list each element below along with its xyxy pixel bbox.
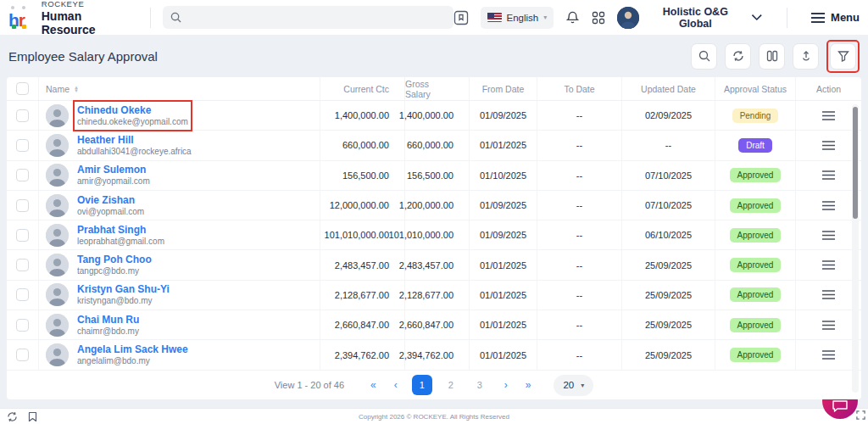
employee-name-link[interactable]: Angela Lim Sack Hwee — [77, 343, 188, 355]
refresh-button[interactable] — [725, 43, 751, 70]
employee-name-link[interactable]: Prabhat Singh — [77, 224, 164, 236]
gross-salary-value: 2,128,677.00 — [405, 281, 470, 310]
row-checkbox[interactable] — [16, 109, 29, 122]
row-checkbox[interactable] — [16, 259, 29, 271]
row-name-block: Amir Sulemon amir@yopmail.com — [77, 164, 150, 187]
action-menu-icon — [822, 260, 835, 270]
employee-email: chinedu.okeke@yopmail.com — [77, 117, 188, 127]
employee-avatar — [46, 314, 69, 337]
filter-button[interactable] — [830, 43, 856, 70]
column-header-current-ctc: Current Ctc — [320, 77, 405, 100]
row-checkbox[interactable] — [16, 349, 29, 361]
current-ctc-value: 1,400,000.00 — [320, 101, 405, 130]
scrollbar-thumb[interactable] — [853, 107, 858, 219]
search-input[interactable] — [187, 12, 446, 24]
table-search-button[interactable] — [691, 43, 717, 70]
notifications-button[interactable] — [565, 10, 580, 25]
table-row: Amir Sulemon amir@yopmail.com 156,500.00… — [7, 161, 861, 191]
column-header-gross-salary: Gross Salary — [405, 77, 470, 100]
employee-name-link[interactable]: Chinedu Okeke — [77, 104, 188, 116]
from-date-value: 01/09/2025 — [470, 101, 537, 130]
employee-email: leoprabhat@gmail.com — [77, 237, 164, 247]
action-menu-icon — [822, 321, 835, 330]
columns-button[interactable] — [759, 43, 785, 70]
row-checkbox[interactable] — [16, 169, 29, 181]
export-button[interactable] — [793, 43, 819, 70]
search-icon — [170, 12, 181, 23]
row-action-menu-button[interactable] — [822, 201, 835, 210]
row-action-menu-button[interactable] — [822, 260, 835, 270]
columns-icon — [766, 50, 778, 62]
employee-avatar — [46, 283, 69, 306]
row-action-menu-button[interactable] — [822, 170, 835, 180]
fullscreen-toggle-button[interactable] — [856, 410, 865, 422]
column-header-name[interactable]: Name ▲▼ — [39, 77, 320, 100]
row-name-block: Chai Mun Ru chaimr@bdo.my — [77, 314, 139, 337]
status-badge: Pending — [732, 109, 779, 123]
gross-salary-value: 101,010,000.00 — [405, 220, 470, 249]
row-action-menu-button[interactable] — [822, 141, 835, 150]
employee-name-link[interactable]: Kristyn Gan Shu-Yi — [77, 283, 170, 295]
employee-name-link[interactable]: Tang Poh Choo — [77, 254, 152, 265]
employee-name-link[interactable]: Amir Sulemon — [77, 164, 150, 176]
global-search[interactable] — [163, 6, 453, 29]
updated-date-value: 06/10/2025 — [622, 220, 715, 249]
apps-grid-icon — [592, 11, 605, 25]
row-name-block: Heather Hill abdullahi3041@rockeye.afric… — [77, 134, 192, 157]
next-page-button[interactable]: › — [501, 377, 511, 393]
updated-date-value: 07/10/2025 — [622, 191, 715, 220]
language-selector[interactable]: English ▾ — [481, 7, 554, 29]
updated-date-value: -- — [622, 131, 715, 159]
filter-funnel-icon — [837, 50, 849, 62]
employee-name-link[interactable]: Heather Hill — [77, 134, 192, 146]
from-date-value: 01/09/2025 — [470, 220, 537, 249]
bookmark-square-icon — [453, 10, 469, 25]
status-badge: Approved — [730, 168, 782, 182]
status-badge: Draft — [738, 138, 772, 153]
to-date-value: -- — [537, 340, 622, 369]
page-button-3[interactable]: 3 — [470, 375, 490, 395]
row-checkbox[interactable] — [16, 288, 29, 301]
employee-name-link[interactable]: Ovie Zishan — [77, 194, 144, 206]
bookmark-panel-button[interactable] — [453, 10, 469, 25]
row-name-block: Prabhat Singh leoprabhat@gmail.com — [77, 224, 164, 247]
row-checkbox[interactable] — [16, 139, 29, 152]
last-page-button[interactable]: » — [522, 377, 535, 393]
expand-icon — [856, 410, 865, 420]
to-date-value: -- — [537, 191, 622, 220]
action-menu-icon — [822, 170, 835, 180]
row-checkbox[interactable] — [16, 199, 29, 212]
filter-annotation-box — [826, 40, 860, 73]
row-name-block: Chinedu Okeke chinedu.okeke@yopmail.com — [77, 104, 188, 127]
row-action-menu-button[interactable] — [822, 111, 835, 120]
gross-salary-value: 2,483,457.00 — [405, 250, 470, 279]
updated-date-value: 25/09/2025 — [622, 340, 715, 369]
row-checkbox[interactable] — [16, 229, 29, 242]
action-menu-icon — [822, 290, 835, 299]
from-date-value: 01/10/2025 — [470, 161, 537, 190]
menu-label: Menu — [831, 11, 860, 24]
page-button-2[interactable]: 2 — [441, 375, 461, 395]
status-badge: Approved — [730, 258, 782, 272]
app-logo[interactable]: hr ROCKEYE Human Resource — [8, 0, 138, 36]
company-switcher[interactable]: Holistic O&G Global — [617, 6, 763, 30]
row-checkbox[interactable] — [16, 319, 29, 332]
sort-icon[interactable]: ▲▼ — [74, 86, 79, 92]
employee-email: ovi@yopmail.com — [77, 207, 144, 217]
status-badge: Approved — [730, 228, 782, 243]
menu-button[interactable]: Menu — [811, 11, 860, 24]
employee-name-link[interactable]: Chai Mun Ru — [77, 314, 139, 326]
apps-grid-button[interactable] — [592, 11, 605, 25]
prev-page-button[interactable]: ‹ — [391, 377, 401, 393]
select-all-checkbox[interactable] — [16, 82, 29, 95]
to-date-value: -- — [537, 281, 622, 310]
page-button-1[interactable]: 1 — [412, 375, 432, 395]
row-action-menu-button[interactable] — [822, 321, 835, 330]
table-row: Ovie Zishan ovi@yopmail.com 12,000,000.0… — [7, 191, 861, 220]
page-size-select[interactable]: 20 ▾ — [554, 375, 593, 396]
row-action-menu-button[interactable] — [822, 350, 835, 360]
first-page-button[interactable]: « — [367, 377, 380, 393]
row-action-menu-button[interactable] — [822, 290, 835, 299]
vertical-scrollbar[interactable] — [852, 104, 859, 393]
row-action-menu-button[interactable] — [822, 231, 835, 240]
